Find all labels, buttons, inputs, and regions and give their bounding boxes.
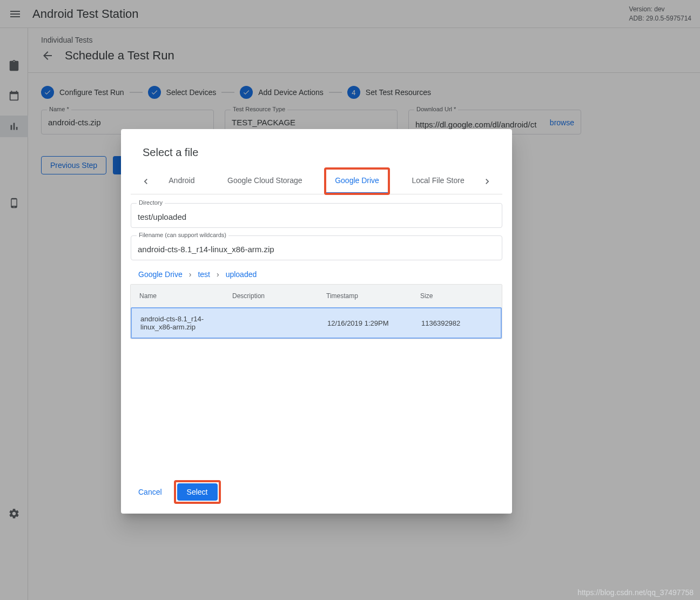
chevron-left-icon[interactable] bbox=[139, 175, 152, 188]
col-description-header: Description bbox=[232, 292, 326, 300]
tab-android[interactable]: Android bbox=[159, 168, 204, 194]
file-select-dialog: Select a file Android Google Cloud Stora… bbox=[121, 129, 512, 514]
table-header: Name Description Timestamp Size bbox=[131, 285, 502, 307]
chevron-right-icon[interactable] bbox=[481, 175, 494, 188]
field-label: Directory bbox=[137, 199, 165, 206]
dialog-body: Directory Filename (can support wildcard… bbox=[121, 194, 512, 473]
dialog-actions: Cancel Select bbox=[121, 473, 512, 514]
crumb-root[interactable]: Google Drive bbox=[138, 270, 183, 279]
row-timestamp: 12/16/2019 1:29PM bbox=[327, 319, 421, 327]
directory-field[interactable]: Directory bbox=[131, 203, 502, 228]
row-name: android-cts-8.1_r14-linux_x86-arm.zip bbox=[140, 315, 233, 331]
directory-input[interactable] bbox=[138, 212, 495, 221]
row-size: 1136392982 bbox=[421, 319, 492, 327]
crumb-uploaded[interactable]: uploaded bbox=[226, 270, 257, 279]
chevron-right-icon: › bbox=[189, 270, 192, 279]
tabs: Android Google Cloud Storage Google Driv… bbox=[152, 168, 481, 194]
filename-field[interactable]: Filename (can support wildcards) bbox=[131, 235, 502, 260]
col-name-header: Name bbox=[139, 292, 232, 300]
file-table: Name Description Timestamp Size android-… bbox=[130, 284, 502, 339]
table-row[interactable]: android-cts-8.1_r14-linux_x86-arm.zip 12… bbox=[131, 307, 502, 339]
crumb-test[interactable]: test bbox=[198, 270, 210, 279]
tab-local-file-store[interactable]: Local File Store bbox=[402, 168, 474, 194]
watermark: https://blog.csdn.net/qq_37497758 bbox=[577, 588, 694, 597]
dialog-title: Select a file bbox=[121, 129, 512, 168]
chevron-right-icon: › bbox=[217, 270, 219, 279]
col-size-header: Size bbox=[420, 292, 493, 300]
filename-input[interactable] bbox=[138, 245, 495, 254]
select-button[interactable]: Select bbox=[177, 483, 218, 501]
col-timestamp-header: Timestamp bbox=[326, 292, 420, 300]
field-label: Filename (can support wildcards) bbox=[137, 232, 228, 238]
select-button-highlight: Select bbox=[174, 480, 221, 504]
cancel-button[interactable]: Cancel bbox=[132, 483, 169, 501]
tabs-row: Android Google Cloud Storage Google Driv… bbox=[131, 168, 502, 194]
tab-gcs[interactable]: Google Cloud Storage bbox=[218, 168, 312, 194]
tab-google-drive[interactable]: Google Drive bbox=[325, 168, 389, 194]
path-breadcrumbs: Google Drive › test › uploaded bbox=[131, 268, 502, 284]
